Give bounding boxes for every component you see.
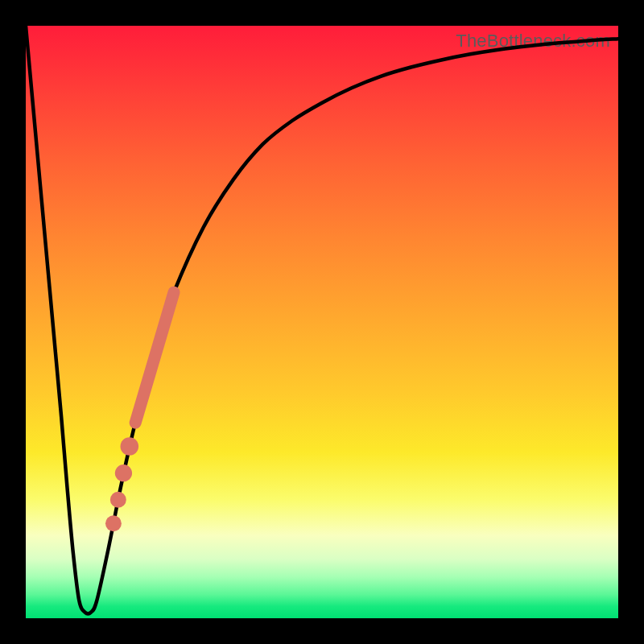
dot-3 xyxy=(110,492,126,508)
dot-1 xyxy=(121,437,139,456)
curve-svg xyxy=(26,26,618,618)
chart-frame: TheBottleneck.com xyxy=(0,0,644,644)
plot-area: TheBottleneck.com xyxy=(26,26,618,618)
marker-group xyxy=(105,292,174,531)
dot-2 xyxy=(115,464,132,481)
dot-4 xyxy=(105,515,122,531)
highlight-segment xyxy=(135,292,174,423)
